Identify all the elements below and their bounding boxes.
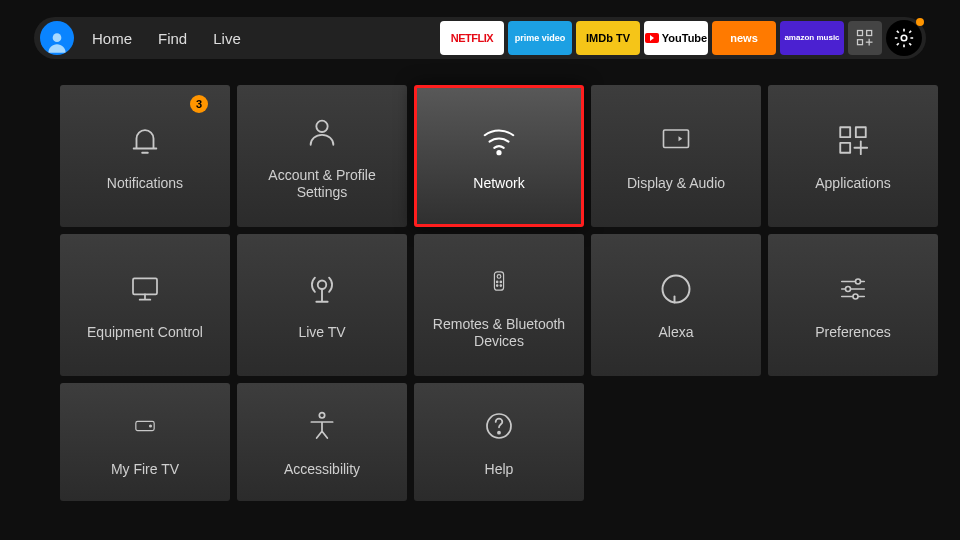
svg-point-0 bbox=[53, 33, 62, 42]
tile-label: Preferences bbox=[805, 324, 900, 342]
tile-label: Notifications bbox=[97, 175, 193, 193]
svg-point-18 bbox=[497, 274, 501, 278]
tile-applications[interactable]: Applications bbox=[768, 85, 938, 227]
svg-point-21 bbox=[496, 284, 497, 285]
svg-rect-1 bbox=[858, 31, 863, 36]
svg-rect-15 bbox=[133, 279, 157, 295]
tile-accessibility[interactable]: Accessibility bbox=[237, 383, 407, 501]
svg-rect-12 bbox=[840, 143, 850, 153]
svg-point-6 bbox=[901, 35, 907, 41]
tile-alexa[interactable]: Alexa bbox=[591, 234, 761, 376]
apps-grid-icon bbox=[832, 119, 874, 161]
settings-button-wrap bbox=[886, 20, 922, 56]
svg-point-32 bbox=[319, 413, 324, 418]
app-tile-youtube[interactable]: YouTube bbox=[644, 21, 708, 55]
tile-account-profile[interactable]: Account & Profile Settings bbox=[237, 85, 407, 227]
tile-label: Applications bbox=[805, 175, 901, 193]
svg-point-25 bbox=[856, 279, 861, 284]
alexa-ring-icon bbox=[655, 268, 697, 310]
sliders-icon bbox=[832, 268, 874, 310]
profile-avatar[interactable] bbox=[40, 21, 74, 55]
svg-point-16 bbox=[318, 281, 327, 290]
notifications-badge: 3 bbox=[190, 95, 208, 113]
app-tile-news[interactable]: news bbox=[712, 21, 776, 55]
nav-find[interactable]: Find bbox=[158, 30, 187, 47]
settings-notification-dot bbox=[916, 18, 924, 26]
tile-display-audio[interactable]: Display & Audio bbox=[591, 85, 761, 227]
all-apps-button[interactable] bbox=[848, 21, 882, 55]
device-icon bbox=[124, 405, 166, 447]
top-navigation-bar: Home Find Live NETFLIX prime video IMDb … bbox=[34, 17, 926, 59]
tile-help[interactable]: Help bbox=[414, 383, 584, 501]
tile-network[interactable]: Network bbox=[414, 85, 584, 227]
tile-label: Account & Profile Settings bbox=[237, 167, 407, 202]
svg-point-19 bbox=[496, 281, 497, 282]
settings-gear-button[interactable] bbox=[886, 20, 922, 56]
monitor-icon bbox=[124, 268, 166, 310]
tile-live-tv[interactable]: Live TV bbox=[237, 234, 407, 376]
svg-point-7 bbox=[316, 120, 327, 131]
app-tile-netflix[interactable]: NETFLIX bbox=[440, 21, 504, 55]
tile-label: Help bbox=[475, 461, 524, 479]
accessibility-icon bbox=[301, 405, 343, 447]
bell-icon bbox=[124, 119, 166, 161]
svg-rect-3 bbox=[858, 40, 863, 45]
tile-label: My Fire TV bbox=[101, 461, 189, 479]
youtube-play-icon bbox=[645, 33, 659, 43]
tile-label: Network bbox=[463, 175, 534, 193]
antenna-icon bbox=[301, 268, 343, 310]
tile-label: Display & Audio bbox=[617, 175, 735, 193]
user-icon bbox=[301, 111, 343, 153]
svg-rect-2 bbox=[867, 31, 872, 36]
tile-label: Equipment Control bbox=[77, 324, 213, 342]
svg-point-8 bbox=[497, 151, 500, 154]
help-icon bbox=[478, 405, 520, 447]
tile-label: Accessibility bbox=[274, 461, 370, 479]
tile-label: Remotes & Bluetooth Devices bbox=[414, 316, 584, 351]
svg-point-23 bbox=[663, 276, 690, 303]
nav-links: Home Find Live bbox=[92, 30, 241, 47]
prime-video-label: prime video bbox=[515, 34, 566, 43]
tile-my-fire-tv[interactable]: My Fire TV bbox=[60, 383, 230, 501]
svg-point-20 bbox=[500, 281, 501, 282]
nav-live[interactable]: Live bbox=[213, 30, 241, 47]
svg-rect-9 bbox=[664, 130, 689, 148]
nav-home[interactable]: Home bbox=[92, 30, 132, 47]
youtube-label: YouTube bbox=[662, 32, 707, 44]
svg-point-27 bbox=[846, 287, 851, 292]
remote-icon bbox=[478, 260, 520, 302]
app-tile-imdb-tv[interactable]: IMDb TV bbox=[576, 21, 640, 55]
app-tile-amazon-music[interactable]: amazon music bbox=[780, 21, 844, 55]
settings-grid: 3 Notifications Account & Profile Settin… bbox=[60, 85, 960, 525]
svg-rect-10 bbox=[840, 128, 850, 138]
tile-equipment-control[interactable]: Equipment Control bbox=[60, 234, 230, 376]
svg-point-29 bbox=[853, 294, 858, 299]
svg-point-34 bbox=[498, 432, 500, 434]
tile-remotes-bluetooth[interactable]: Remotes & Bluetooth Devices bbox=[414, 234, 584, 376]
svg-point-31 bbox=[150, 425, 152, 427]
tile-notifications[interactable]: 3 Notifications bbox=[60, 85, 230, 227]
tile-label: Live TV bbox=[288, 324, 355, 342]
svg-rect-11 bbox=[856, 128, 866, 138]
app-tile-prime-video[interactable]: prime video bbox=[508, 21, 572, 55]
svg-point-22 bbox=[500, 284, 501, 285]
display-icon bbox=[655, 119, 697, 161]
tile-preferences[interactable]: Preferences bbox=[768, 234, 938, 376]
wifi-icon bbox=[478, 119, 520, 161]
tile-label: Alexa bbox=[648, 324, 703, 342]
